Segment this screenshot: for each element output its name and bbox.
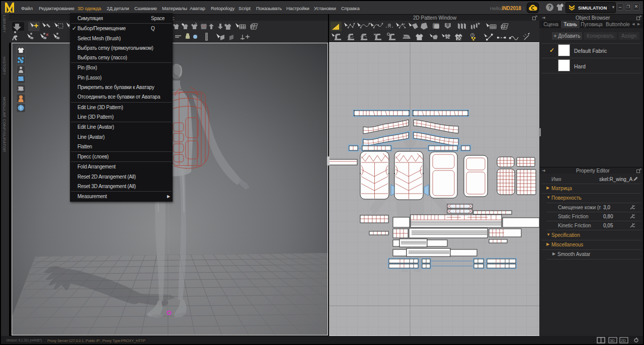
- svg-text:3D: 3D: [610, 338, 615, 343]
- svg-text:2D: 2D: [621, 338, 626, 343]
